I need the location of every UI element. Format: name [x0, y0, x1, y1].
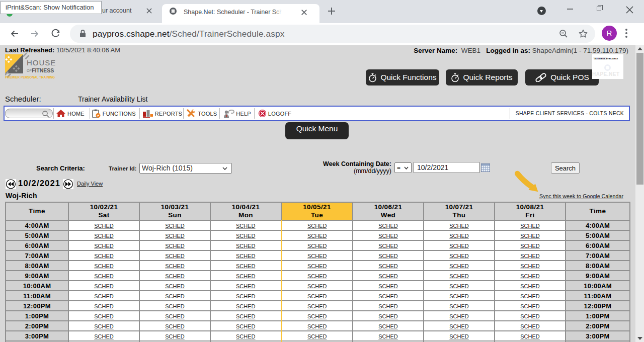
svg-text:HOUSE: HOUSE [27, 58, 56, 67]
svg-text:PREMIER PERSONAL TRAINING: PREMIER PERSONAL TRAINING [5, 75, 55, 79]
svg-text:FITNESS: FITNESS [32, 67, 54, 73]
svg-text:OF: OF [27, 69, 32, 72]
